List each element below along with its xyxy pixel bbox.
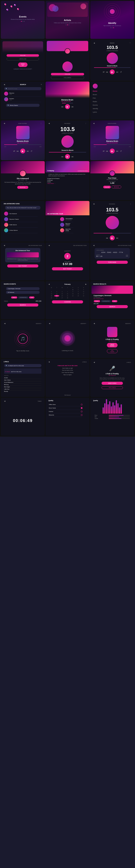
play-btn[interactable]: ▶ <box>110 69 115 74</box>
quality-option-4[interactable]: Metacritic <box>49 413 82 417</box>
date-field[interactable]: 19 February <box>6 291 40 294</box>
share-track-1[interactable]: Die Antwoord <box>4 211 38 217</box>
follow-btn-profile[interactable]: FOLLOW <box>103 186 111 188</box>
save-song-unavail-btn[interactable]: SAVE SONG <box>102 382 123 385</box>
tag-alt[interactable]: ALTERNATIVE <box>18 297 28 299</box>
cal-d-20[interactable]: 20 <box>60 295 65 297</box>
signup-btn[interactable]: SIGN UP <box>18 62 27 67</box>
prev-btn[interactable]: ⏮ <box>16 150 19 152</box>
repeat-2[interactable]: ↺ <box>120 150 122 152</box>
cal-d-6[interactable]: 6 <box>60 291 65 292</box>
playlist-track-2[interactable]: Beyonce Chazan Beyonce <box>60 222 73 228</box>
result-tag-alt[interactable]: ALTERNATIVE <box>101 300 111 302</box>
lyric-artist-5[interactable]: Bob Seger <box>4 386 41 388</box>
back-btn-r2[interactable]: ◀ <box>93 203 94 205</box>
cal-d-19[interactable]: 19 <box>54 295 59 297</box>
quality-option-1[interactable]: Offline Store <box>49 403 82 406</box>
sidebar-item-home[interactable]: Home <box>91 89 133 93</box>
result-tag-rock[interactable]: ROCK <box>94 300 100 302</box>
try-lyrics-btn[interactable]: TRY LYRICS <box>102 386 123 389</box>
play-2[interactable]: ▶ <box>110 149 115 153</box>
play-r2[interactable]: ▶ <box>110 236 115 240</box>
next-btn[interactable]: ⏭ <box>27 150 29 152</box>
repeat-btn[interactable]: ↺ <box>120 71 122 73</box>
play-icon[interactable]: ▶ <box>65 104 70 109</box>
search-input-bar[interactable]: 🔍 Search for music... <box>4 87 41 90</box>
prev-icon[interactable]: ⏮ <box>61 105 63 108</box>
cal-d-4[interactable]: 4 <box>49 291 54 292</box>
purchase-btn[interactable]: PURCHASE <box>97 261 128 264</box>
lyric-artist-1[interactable]: AC/DC <box>4 377 41 379</box>
play-all-btn[interactable]: PLAY ALL <box>17 186 29 189</box>
quality-option-3[interactable]: Festival <box>49 410 82 413</box>
buy-ticket-btn-2[interactable]: BUY TICKET <box>52 267 83 270</box>
cal-d-10[interactable]: 10 <box>81 291 86 292</box>
tag-rock[interactable]: ROCK <box>11 297 17 299</box>
tag-live[interactable]: LIVE <box>29 297 35 299</box>
more-btn-2[interactable]: ⋮ <box>130 122 131 124</box>
cal-d-11[interactable]: 11 <box>49 293 54 294</box>
cal-d-5[interactable]: 5 <box>54 291 59 292</box>
search-query-bar[interactable]: 🔍 Britney Spears <box>6 104 40 107</box>
track-2[interactable]: A Whisper <box>47 180 88 181</box>
more-btn[interactable]: ⋮ <box>40 122 42 124</box>
cal-d-3[interactable]: 3 <box>81 289 86 290</box>
follow-btn[interactable]: FOLLOW <box>51 73 84 75</box>
next-r2[interactable]: ⏭ <box>116 237 119 239</box>
sidebar-item-film[interactable]: Film <box>91 96 133 100</box>
search-result-2[interactable]: Eminem Artist <box>4 97 41 102</box>
back-btn-id[interactable]: ◀ <box>4 322 5 324</box>
filter-icon[interactable]: ≡ <box>41 84 42 86</box>
lyric-artist-2[interactable]: Alex Chilton <box>4 379 41 381</box>
forward-15-btn[interactable]: ⏭ <box>72 156 74 158</box>
quality-radio-4[interactable] <box>81 414 82 416</box>
sidebar-item-music[interactable]: Music <box>91 93 133 96</box>
playlist-track-3[interactable]: Real Slim Shady Eminem <box>60 228 73 233</box>
cal-d-17[interactable]: 17 <box>81 293 86 294</box>
cal-d-16[interactable]: 16 <box>76 293 81 294</box>
unfollow-btn[interactable]: UNFOLLOW <box>7 58 39 60</box>
next-btn[interactable]: ⏭ <box>116 71 119 73</box>
track-3[interactable]: Clocks <box>47 181 88 182</box>
following-btn[interactable]: FOLLOWING <box>51 76 84 79</box>
cal-prev-btn[interactable]: ◀ <box>48 283 49 285</box>
cal-d-28[interactable]: 28 <box>65 297 70 299</box>
more-btn-r2[interactable]: ⋮ <box>130 203 131 205</box>
city-field[interactable]: Copenhagen, Denmark <box>6 287 40 290</box>
cal-d-27[interactable]: 27 <box>60 297 65 299</box>
share-track-3[interactable]: Dallie Sprove <box>4 222 38 228</box>
back-btn-ls[interactable]: ◀ <box>49 322 50 324</box>
sidebar-item-identify[interactable]: Identify <box>91 107 133 110</box>
cal-d-26[interactable]: 26 <box>54 297 59 299</box>
playlist-track-1[interactable]: Abracadabra Die Antwoord <box>60 217 73 222</box>
more-btn[interactable]: ⋮ <box>85 122 87 124</box>
share-track-4[interactable]: Colnue Sprove <box>4 228 38 233</box>
back-btn-ld[interactable]: ◀ <box>48 361 49 363</box>
cal-d-7[interactable]: 7 <box>65 291 70 292</box>
sidebar-item-events[interactable]: Events <box>91 103 133 107</box>
back-btn-tm[interactable]: ◀ <box>4 400 5 402</box>
cal-d-18[interactable]: 18 <box>49 295 54 297</box>
sidebar-item-lyrics[interactable]: Lyrics <box>91 110 133 114</box>
lyric-artist-7[interactable]: Brandy <box>4 390 41 393</box>
cal-next-btn[interactable]: ▶ <box>86 283 87 285</box>
lyric-artist-4[interactable]: BB King <box>4 383 41 386</box>
buy-ticket-btn[interactable]: BUY TICKET <box>7 265 38 268</box>
play-btn[interactable]: ▶ <box>20 149 25 153</box>
result-tag-live[interactable]: LIVE <box>112 300 117 302</box>
back-btn[interactable]: ◀ <box>4 122 5 124</box>
back-15-btn[interactable]: ⏮ <box>61 156 63 158</box>
cal-d-2[interactable]: 2 <box>76 289 81 290</box>
cal-d-14[interactable]: 14 <box>65 293 70 294</box>
cal-d-21[interactable]: 21 <box>65 295 70 297</box>
cal-d-12[interactable]: 12 <box>54 293 59 294</box>
lyrics-search-bar[interactable]: 🔍 I'm blazin and I'm in the zone <box>4 364 41 367</box>
track-1[interactable]: A Head Full of Dreams <box>47 178 88 179</box>
cal-d-9[interactable]: 9 <box>76 291 81 292</box>
back-btn-pay[interactable]: ◀ <box>93 245 94 246</box>
save-song-btn[interactable]: SAVE SONG <box>107 343 117 347</box>
back-btn-lu[interactable]: ◀ <box>94 361 95 363</box>
share-track-2[interactable]: Beyonce Chazan <box>4 217 38 222</box>
cal-d-22[interactable]: 22 <box>70 295 75 297</box>
cal-d-25[interactable]: 25 <box>49 297 54 299</box>
